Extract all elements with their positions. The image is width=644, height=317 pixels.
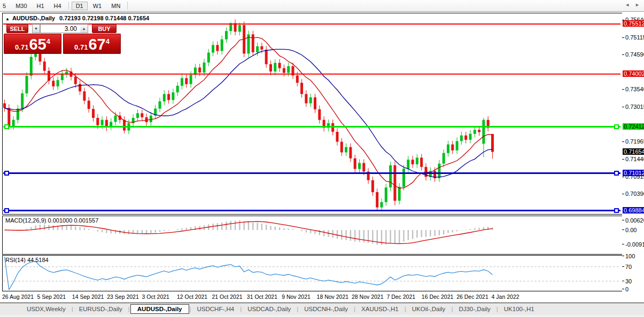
- price-line-label: 0.71654: [623, 148, 644, 155]
- price-line-label: 0.75512: [623, 20, 644, 27]
- rsi-chart: [3, 256, 621, 290]
- rsi-indicator-panel[interactable]: RSI(14) 44.5184: [2, 255, 623, 291]
- date-label: 14 Sep 2021: [72, 294, 104, 300]
- timeframe-button-w1[interactable]: W1: [89, 2, 106, 10]
- tab-separator: |: [128, 306, 130, 312]
- macd-indicator-panel[interactable]: MACD(12,26,9) 0.001000 0.001557: [2, 216, 623, 255]
- chart-tab-usdcnh-daily[interactable]: USDCNH-,Daily: [299, 305, 353, 313]
- rsi-axis-label: 30: [625, 278, 632, 284]
- chart-tab-usdcad-daily[interactable]: USDCAD-,Daily: [242, 305, 296, 313]
- timeframe-button-d1[interactable]: D1: [72, 2, 88, 10]
- tab-separator: |: [405, 306, 406, 312]
- volume-input[interactable]: [40, 24, 80, 33]
- date-label: 5 Sep 2021: [37, 294, 66, 300]
- sell-price-button[interactable]: 0.71654: [4, 34, 61, 54]
- date-label: 26 Dec 2021: [456, 294, 488, 300]
- line-anchor[interactable]: [615, 171, 618, 175]
- ma-slow-line: [5, 49, 493, 177]
- timeframe-toolbar: 5M30H1H4D1W1MN: [0, 0, 644, 12]
- macd-axis-label: -0.00919: [625, 241, 644, 248]
- collapse-arrow-icon[interactable]: ▲: [5, 17, 10, 21]
- rsi-axis-label: 70: [625, 264, 632, 270]
- date-label: 18 Nov 2021: [317, 294, 349, 300]
- line-anchor[interactable]: [615, 209, 618, 212]
- price-line-label: 0.72412: [623, 123, 644, 130]
- toolbar-separator: [68, 2, 69, 10]
- axis-tick-mark: [622, 159, 624, 160]
- date-label: 28 Nov 2021: [352, 294, 384, 300]
- buy-price-pip: 4: [106, 37, 110, 45]
- line-anchor[interactable]: [5, 209, 9, 212]
- chart-tab-xauusd-h1[interactable]: XAUUSD-,H1: [356, 305, 404, 313]
- tab-separator: |: [240, 306, 242, 312]
- sell-price-pip: 4: [46, 37, 50, 45]
- rsi-line: [5, 257, 493, 290]
- date-label: 3 Oct 2021: [142, 294, 169, 300]
- timeframe-button-mn[interactable]: MN: [107, 2, 125, 10]
- price-tick-label: 0.73015: [625, 104, 644, 110]
- date-label: 12 Oct 2021: [177, 294, 207, 300]
- sell-button[interactable]: SELL: [6, 24, 28, 33]
- axis-tick-mark: [622, 229, 624, 230]
- buy-price-button[interactable]: 0.71674: [63, 34, 121, 54]
- axis-tick-mark: [622, 37, 624, 38]
- chart-tab-usdx-weekly[interactable]: USDX,Weekly: [21, 305, 71, 313]
- axis-tick-mark: [622, 194, 624, 194]
- sell-price-big: 65: [29, 37, 46, 52]
- axis-tick-mark: [622, 289, 624, 289]
- chart-tab-audusd-daily[interactable]: AUDUSD-,Daily: [130, 304, 189, 314]
- tab-separator: |: [496, 306, 498, 312]
- axis-tick-mark: [622, 141, 624, 142]
- one-click-trading-panel: SELL ▼ ▲ BUY 0.71654 0.71674: [4, 24, 122, 54]
- date-label: 9 Nov 2021: [282, 294, 311, 300]
- chart-title: ▲AUDUSD-,Daily0.72193 0.72198 0.71448 0.…: [5, 15, 149, 21]
- timeframe-button-h4[interactable]: H4: [50, 2, 66, 10]
- line-anchor[interactable]: [5, 125, 9, 129]
- axis-tick-mark: [622, 281, 624, 281]
- axis-tick-mark: [622, 266, 624, 267]
- date-label: 23 Sep 2021: [107, 294, 139, 300]
- axis-tick-mark: [622, 244, 624, 244]
- tab-scroll-left-icon[interactable]: ◄: [625, 2, 630, 7]
- price-tick-label: 0.71440: [625, 156, 644, 162]
- chart-tab-dj30-daily[interactable]: DJ30-,Daily: [453, 305, 495, 313]
- chart-tab-bar: USDX,Weekly|EURUSD-,Daily|AUDUSD-,Daily|…: [0, 303, 644, 315]
- sell-price-prefix: 0.71: [15, 43, 28, 52]
- line-anchor[interactable]: [615, 125, 618, 129]
- macd-label: MACD(12,26,9) 0.001000 0.001557: [5, 217, 98, 224]
- volume-decrease-button[interactable]: ▼: [32, 24, 40, 33]
- tab-separator: |: [451, 306, 453, 312]
- axis-tick-mark: [622, 177, 624, 177]
- price-line-label: 0.74002: [623, 70, 644, 77]
- price-tick-label: 0.70390: [625, 191, 644, 197]
- chart-tab-eurusd-daily[interactable]: EURUSD-,Daily: [74, 305, 128, 313]
- volume-increase-button[interactable]: ▲: [80, 24, 88, 33]
- date-label: 7 Dec 2021: [386, 294, 415, 300]
- price-axis[interactable]: 0.756400.751150.745900.735400.730150.719…: [622, 12, 644, 303]
- price-tick-label: 0.74590: [625, 51, 644, 58]
- date-label: 4 Jan 2022: [492, 294, 519, 300]
- chart-tab-uk100-h1[interactable]: UK100-,H1: [499, 305, 540, 313]
- axis-tick-mark: [622, 89, 624, 90]
- axis-tick-mark: [622, 54, 624, 55]
- mt4-window: 5M30H1H4D1W1MN ▲AUDUSD-,Daily0.72193 0.7…: [0, 0, 644, 317]
- buy-price-prefix: 0.71: [74, 43, 88, 52]
- price-line-label: 0.69884: [623, 207, 644, 213]
- axis-tick-mark: [622, 220, 624, 220]
- tab-scroll-right-icon[interactable]: ►: [635, 2, 640, 7]
- buy-button[interactable]: BUY: [92, 24, 117, 33]
- date-axis[interactable]: 26 Aug 20215 Sep 202114 Sep 202123 Sep 2…: [0, 291, 644, 303]
- line-anchor[interactable]: [5, 171, 9, 175]
- axis-tick-mark: [622, 256, 624, 256]
- rsi-label: RSI(14) 44.5184: [5, 257, 49, 263]
- timeframe-button-m30[interactable]: M30: [11, 2, 31, 10]
- tab-separator: |: [72, 306, 73, 312]
- timeframe-button-5[interactable]: 5: [0, 2, 10, 10]
- chart-ohlc-values: 0.72193 0.72198 0.71448 0.71654: [59, 15, 149, 21]
- rsi-axis-label: 100: [625, 253, 635, 259]
- tab-scroll-arrows: ◄ ►: [625, 2, 640, 7]
- chart-tab-ukoil-daily[interactable]: UKOil-,Daily: [407, 305, 451, 313]
- buy-price-big: 67: [88, 37, 105, 52]
- timeframe-button-h1[interactable]: H1: [33, 2, 49, 10]
- chart-tab-usdchf-h4[interactable]: USDCHF-,H4: [192, 305, 240, 313]
